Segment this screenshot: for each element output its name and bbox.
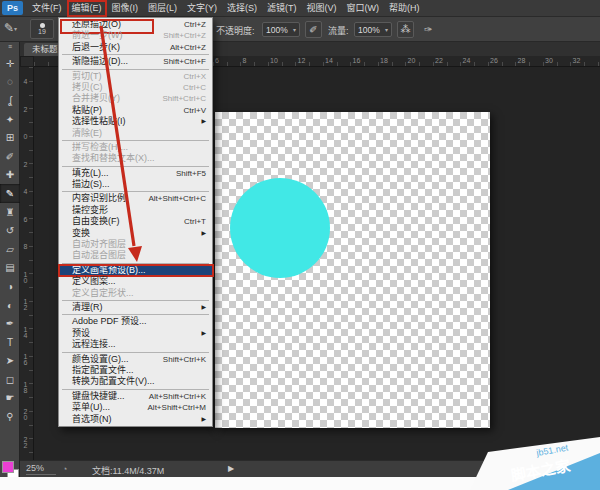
menu-separator (62, 300, 209, 301)
v-ruler-label: 6 (22, 216, 29, 222)
menu-item-远程连接[interactable]: 远程连接... (59, 339, 212, 350)
menubar-item-文件[interactable]: 文件(F) (27, 0, 67, 17)
history-brush-tool-icon[interactable]: ↺ (0, 221, 20, 240)
menu-item-label: 远程连接... (72, 339, 116, 350)
canvas[interactable] (215, 112, 490, 428)
h-ruler-label: 28 (518, 57, 526, 64)
menu-item-首选项[interactable]: 首选项(N)▶ (59, 414, 212, 425)
menu-item-label: 键盘快捷键... (72, 391, 125, 402)
menubar-items: 文件(F)编辑(E)图像(I)图层(L)文字(Y)选择(S)滤镜(T)视图(V)… (27, 0, 425, 17)
hand-tool-icon[interactable]: ☛ (0, 389, 20, 408)
menu-item-颜色设置[interactable]: 颜色设置(G)...Shift+Ctrl+K (59, 354, 212, 365)
menubar-item-窗口[interactable]: 窗口(W) (342, 0, 385, 17)
menu-item-Adobe PDF 预设[interactable]: Adobe PDF 预设... (59, 316, 212, 327)
shape-tool-icon[interactable]: ◻ (0, 370, 20, 389)
menu-item-定义画笔预设[interactable]: 定义画笔预设(B)... (59, 265, 212, 276)
brush-preset-picker[interactable]: 19 (30, 19, 54, 39)
type-tool-icon[interactable]: T (0, 333, 20, 352)
opacity-input[interactable]: 100% ▾ (262, 22, 300, 37)
menu-item-shortcut: Ctrl+T (178, 216, 206, 227)
healing-brush-tool-icon[interactable]: ✚ (0, 166, 20, 185)
move-tool-icon[interactable]: ✛ (0, 54, 20, 73)
flow-caret-icon[interactable]: ▾ (385, 26, 388, 33)
menu-item-label: 预设 (72, 328, 90, 339)
h-ruler-label: 20 (408, 57, 416, 64)
menubar-item-视图[interactable]: 视图(V) (302, 0, 342, 17)
menu-item-label: 清除(E) (72, 128, 102, 139)
brush-panel-icon[interactable]: ✑ (420, 21, 437, 38)
h-ruler-label: 6 (215, 57, 219, 64)
menu-item-菜单[interactable]: 菜单(U)...Alt+Shift+Ctrl+M (59, 402, 212, 413)
menu-item-键盘快捷键[interactable]: 键盘快捷键...Alt+Shift+Ctrl+K (59, 391, 212, 402)
ruler-origin-box[interactable] (20, 56, 34, 67)
menu-item-label: 操控变形 (72, 205, 108, 216)
menu-item-后退一步[interactable]: 后退一步(K)Alt+Ctrl+Z (59, 42, 212, 53)
menu-item-label: 填充(L)... (72, 168, 109, 179)
blur-tool-icon[interactable]: ◑ (0, 277, 20, 296)
flow-input[interactable]: 100% ▾ (354, 22, 392, 37)
menu-item-label: 描边(S)... (72, 179, 110, 190)
menu-item-选择性粘贴[interactable]: 选择性粘贴(I)▶ (59, 116, 212, 127)
menu-item-操控变形[interactable]: 操控变形 (59, 205, 212, 216)
v-ruler-label: 16 (22, 353, 29, 365)
v-ruler-label: 2 (22, 106, 29, 112)
status-icon: ◔ (62, 464, 67, 474)
eraser-tool-icon[interactable]: ▱ (0, 240, 20, 259)
brush-tool-icon[interactable]: ✎ (0, 184, 20, 203)
airbrush-icon[interactable]: ⁂ (397, 21, 414, 38)
status-options-arrow-icon[interactable]: ▶ (228, 464, 234, 473)
v-ruler-label: 0 (22, 133, 29, 139)
v-ruler-label: 8 (22, 243, 29, 249)
menu-item-合并拷贝: 合并拷贝(Y)Shift+Ctrl+C (59, 93, 212, 104)
menubar-item-编辑[interactable]: 编辑(E) (67, 0, 107, 17)
path-selection-tool-icon[interactable]: ➤ (0, 352, 20, 371)
pressure-opacity-icon[interactable]: ✐ (305, 21, 322, 38)
menu-item-内容识别比例[interactable]: 内容识别比例Alt+Shift+Ctrl+C (59, 193, 212, 204)
marquee-tool-icon[interactable]: ◌ (0, 73, 20, 92)
menu-item-渐隐描边[interactable]: 渐隐描边(D)...Shift+Ctrl+F (59, 56, 212, 67)
zoom-level-field[interactable]: 25% (26, 463, 56, 475)
menu-item-label: 后退一步(K) (72, 42, 120, 53)
menu-item-填充[interactable]: 填充(L)...Shift+F5 (59, 168, 212, 179)
pen-tool-icon[interactable]: ✒ (0, 314, 20, 333)
quick-selection-tool-icon[interactable]: ✦ (0, 110, 20, 129)
gradient-tool-icon[interactable]: ▤ (0, 259, 20, 278)
crop-tool-icon[interactable]: ⊞ (0, 128, 20, 147)
menu-item-shortcut: Shift+Ctrl+K (157, 354, 206, 365)
menu-item-label: 指定配置文件... (72, 365, 134, 376)
menubar-item-图像[interactable]: 图像(I) (107, 0, 144, 17)
clone-stamp-tool-icon[interactable]: ♜ (0, 203, 20, 222)
menu-item-粘贴[interactable]: 粘贴(P)Ctrl+V (59, 105, 212, 116)
v-ruler-label: 18 (22, 381, 29, 393)
menubar: Ps 文件(F)编辑(E)图像(I)图层(L)文字(Y)选择(S)滤镜(T)视图… (0, 0, 600, 17)
menu-item-预设[interactable]: 预设▶ (59, 328, 212, 339)
menubar-item-帮助[interactable]: 帮助(H) (384, 0, 425, 17)
foreground-color-swatch[interactable] (2, 461, 14, 473)
menubar-item-滤镜[interactable]: 滤镜(T) (262, 0, 302, 17)
menu-item-定义图案[interactable]: 定义图案... (59, 276, 212, 287)
menu-item-自动混合图层: 自动混合图层 (59, 250, 212, 261)
opacity-caret-icon[interactable]: ▾ (293, 26, 296, 33)
h-ruler-label: 12 (298, 57, 306, 64)
menu-item-转换为配置文件[interactable]: 转换为配置文件(V)... (59, 376, 212, 387)
menu-item-指定配置文件[interactable]: 指定配置文件... (59, 365, 212, 376)
menu-item-变换[interactable]: 变换▶ (59, 228, 212, 239)
collapse-panel-icon[interactable]: ≡ (0, 43, 20, 50)
h-ruler-label: 30 (545, 57, 553, 64)
menubar-item-文字[interactable]: 文字(Y) (182, 0, 222, 17)
menu-item-清理[interactable]: 清理(R)▶ (59, 302, 212, 313)
menu-item-label: 查找和替换文本(X)... (72, 153, 155, 164)
zoom-tool-icon[interactable]: ⚲ (0, 407, 20, 426)
menubar-item-图层[interactable]: 图层(L) (143, 0, 182, 17)
menu-item-自由变换[interactable]: 自由变换(F)Ctrl+T (59, 216, 212, 227)
eyedropper-tool-icon[interactable]: ✐ (0, 147, 20, 166)
tools-panel: ≡ ✛◌ʆ✦⊞✐✚✎♜↺▱▤◑◐✒T➤◻☛⚲ ◨ ▣ (0, 42, 20, 477)
menu-item-描边[interactable]: 描边(S)... (59, 179, 212, 190)
brush-tool-icon[interactable]: ✎▾ (4, 21, 17, 35)
menubar-item-选择[interactable]: 选择(S) (222, 0, 262, 17)
lasso-tool-icon[interactable]: ʆ (0, 91, 20, 110)
flow-value: 100% (358, 25, 380, 35)
h-ruler-label: 8 (243, 57, 247, 64)
dodge-tool-icon[interactable]: ◐ (0, 296, 20, 315)
menu-item-还原描边[interactable]: 还原描边(O)Ctrl+Z (59, 19, 212, 30)
